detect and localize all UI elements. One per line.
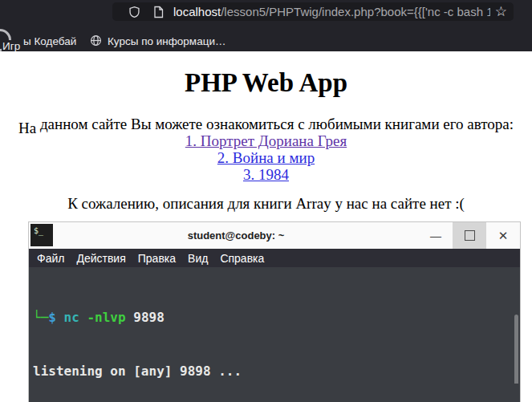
book-link-3[interactable]: 3. 1984 <box>0 166 532 183</box>
menu-view[interactable]: Вид <box>188 252 208 265</box>
terminal-window: $_ student@codeby: ~ — ✕ Файл Действия П… <box>29 222 520 402</box>
no-description-text: К сожалению, описания для книги Array у … <box>0 195 532 212</box>
intro-text: На данном сайте Вы можете ознакомиться с… <box>0 116 532 132</box>
window-controls: — ✕ <box>419 222 520 249</box>
prompt-line: └─$ nc -nlvp 9898 <box>33 309 520 327</box>
terminal-line: listening on [any] 9898 ... <box>33 363 520 380</box>
menu-help[interactable]: Справка <box>220 252 264 265</box>
bookmarks-bar: Игр ы Кодебай Курсы по информаци… <box>0 26 532 51</box>
maximize-button[interactable] <box>453 222 486 249</box>
browser-toolbar: localhost/lesson5/PHPTwig/index.php?book… <box>0 0 532 51</box>
url-host: localhost <box>173 5 221 18</box>
page-title: PHP Web App <box>0 68 532 99</box>
url-text: localhost/lesson5/PHPTwig/index.php?book… <box>173 5 490 18</box>
terminal-output[interactable]: └─$ nc -nlvp 9898 listening on [any] 989… <box>29 267 520 402</box>
menu-file[interactable]: Файл <box>37 252 64 265</box>
globe-icon <box>90 35 102 49</box>
terminal-titlebar[interactable]: $_ student@codeby: ~ — ✕ <box>29 222 520 249</box>
book-link-2[interactable]: 2. Война и мир <box>0 149 532 166</box>
bookmark-star-icon[interactable]: ☆ <box>495 5 507 18</box>
terminal-scrollbar-thumb[interactable] <box>514 315 518 384</box>
menu-actions[interactable]: Действия <box>76 252 125 265</box>
bookmark-item-games-rest[interactable]: ы Кодебай <box>23 35 76 47</box>
close-button[interactable]: ✕ <box>486 222 520 249</box>
shield-icon[interactable] <box>128 6 140 18</box>
terminal-title: student@codeby: ~ <box>53 229 419 242</box>
terminal-menubar: Файл Действия Правка Вид Справка <box>29 249 520 267</box>
menu-edit[interactable]: Правка <box>138 252 176 265</box>
terminal-app-icon: $_ <box>30 224 53 246</box>
minimize-button[interactable]: — <box>419 222 453 249</box>
url-path: /lesson5/PHPTwig/index.php?book={{['nc -… <box>221 5 490 18</box>
maximize-icon <box>465 230 475 241</box>
address-bar[interactable]: localhost/lesson5/PHPTwig/index.php?book… <box>112 2 514 21</box>
page-info-icon[interactable] <box>153 6 164 18</box>
book-link-1[interactable]: 1. Портрет Дориана Грея <box>0 132 532 149</box>
bookmark-item-courses[interactable]: Курсы по информаци… <box>108 35 225 47</box>
